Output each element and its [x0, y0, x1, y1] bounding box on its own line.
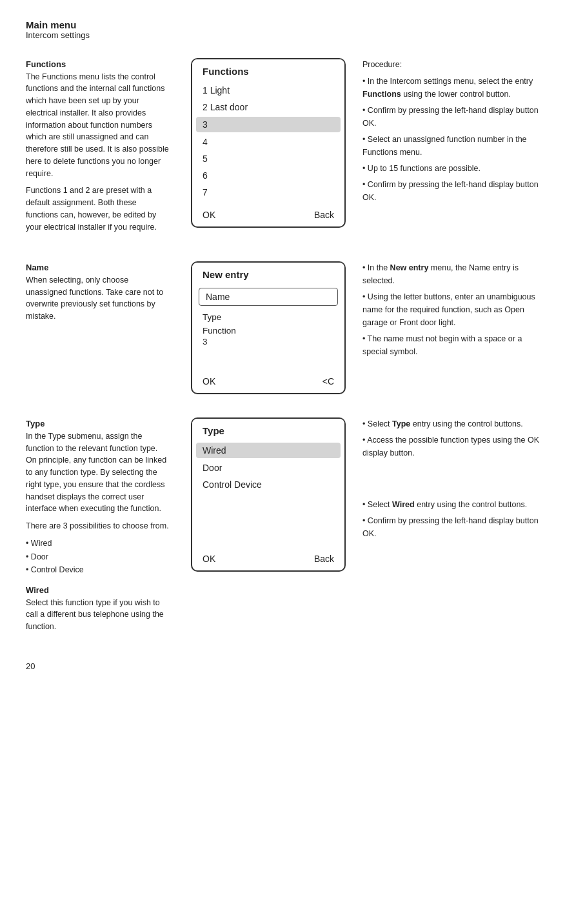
functions-rows: 1 Light2 Last door34567	[192, 82, 344, 201]
type-rows: WiredDoorControl Device	[192, 443, 344, 493]
page-number: 20	[26, 661, 539, 671]
name-bullet: • Using the letter buttons, enter an una…	[362, 290, 539, 329]
name-heading: Name	[26, 261, 169, 274]
type-row: Control Device	[192, 476, 344, 493]
type-row: Wired	[196, 443, 341, 458]
name-procedure: • In the New entry menu, the Name entry …	[356, 261, 539, 361]
functions-box-container: Functions 1 Light2 Last door34567 OK Bac…	[191, 58, 346, 228]
type-right-bullet-bottom: • Select Wired entry using the control b…	[362, 498, 539, 511]
functions-para1: The Functions menu lists the control fun…	[26, 71, 169, 180]
functions-bullet: • Select an unassigned function number i…	[362, 133, 539, 159]
functions-back-button[interactable]: Back	[314, 210, 334, 220]
functions-box-title: Functions	[192, 59, 344, 82]
wired-heading: Wired	[26, 584, 169, 597]
name-bullet: • The name must not begin with a space o…	[362, 332, 539, 358]
type-right-bullet-top: • Access the possible function types usi…	[362, 434, 539, 459]
type-bullets-bottom: • Select Wired entry using the control b…	[362, 498, 539, 540]
functions-procedure: Procedure: • In the Intercom settings me…	[356, 58, 539, 207]
new-entry-box-title: New entry	[192, 263, 344, 285]
name-description: Name When selecting, only choose unassig…	[26, 261, 181, 328]
type-heading: Type	[26, 417, 169, 430]
functions-row: 1 Light	[192, 82, 344, 99]
new-entry-back-button[interactable]: <C	[322, 376, 334, 387]
type-box-title: Type	[192, 419, 344, 441]
type-para2: There are 3 possibilities to choose from…	[26, 520, 169, 532]
name-bullet: • In the New entry menu, the Name entry …	[362, 261, 539, 287]
functions-ok-button[interactable]: OK	[203, 210, 215, 220]
type-para1: In the Type submenu, assign the function…	[26, 430, 169, 515]
type-right-bullet-top: • Select Type entry using the control bu…	[362, 417, 539, 430]
type-procedure: • Select Type entry using the control bu…	[356, 417, 539, 543]
functions-bullet: • Confirm by pressing the left-hand disp…	[362, 104, 539, 130]
type-left-bullet: • Door	[26, 551, 169, 563]
type-box-footer: OK Back	[192, 548, 344, 570]
type-box-container: Type WiredDoorControl Device OK Back	[191, 417, 346, 572]
type-bullets-left: • Wired• Door• Control Device	[26, 537, 169, 576]
section-name: Name When selecting, only choose unassig…	[26, 261, 539, 394]
functions-ui-box: Functions 1 Light2 Last door34567 OK Bac…	[191, 58, 346, 228]
type-ui-box: Type WiredDoorControl Device OK Back	[191, 417, 346, 572]
page-header: Main menu Intercom settings	[26, 19, 539, 40]
type-right-bullet-bottom: • Confirm by pressing the left-hand disp…	[362, 514, 539, 540]
wired-para3: Select this function type if you wish to…	[26, 597, 169, 633]
functions-description: Functions The Functions menu lists the c…	[26, 58, 181, 238]
functions-bullets: • In the Intercom settings menu, select …	[362, 75, 539, 204]
sub-title: Intercom settings	[26, 30, 539, 40]
type-bullets-top: • Select Type entry using the control bu…	[362, 417, 539, 459]
function-value: 3	[192, 337, 344, 348]
functions-procedure-intro: Procedure:	[362, 58, 539, 71]
functions-bullet: • In the Intercom settings menu, select …	[362, 75, 539, 101]
functions-row: 3	[196, 117, 341, 132]
type-left-bullet: • Control Device	[26, 564, 169, 576]
type-description: Type In the Type submenu, assign the fun…	[26, 417, 181, 638]
type-row: Door	[192, 459, 344, 476]
section-type: Type In the Type submenu, assign the fun…	[26, 417, 539, 638]
main-title: Main menu	[26, 19, 539, 30]
function-label: Function	[192, 323, 344, 337]
type-left-bullet: • Wired	[26, 537, 169, 550]
functions-row: 4	[192, 134, 344, 150]
name-input-field[interactable]: Name	[199, 288, 338, 306]
type-label: Type	[192, 308, 344, 323]
functions-row: 5	[192, 150, 344, 167]
functions-row: 6	[192, 167, 344, 184]
new-entry-box-container: New entry Name Type Function 3 OK <C	[191, 261, 346, 394]
type-back-button[interactable]: Back	[314, 554, 334, 564]
functions-heading: Functions	[26, 58, 169, 71]
functions-row: 2 Last door	[192, 99, 344, 115]
new-entry-ui-box: New entry Name Type Function 3 OK <C	[191, 261, 346, 394]
name-para1: When selecting, only choose unassigned f…	[26, 274, 169, 323]
functions-row: 7	[192, 184, 344, 201]
functions-para2: Functions 1 and 2 are preset with a defa…	[26, 185, 169, 233]
type-ok-button[interactable]: OK	[203, 554, 215, 564]
functions-box-footer: OK Back	[192, 205, 344, 226]
functions-bullet: • Up to 15 functions are possible.	[362, 162, 539, 175]
name-input-label: Name	[206, 292, 230, 302]
new-entry-ok-button[interactable]: OK	[203, 376, 215, 387]
functions-bullet: • Confirm by pressing the left-hand disp…	[362, 178, 539, 204]
new-entry-box-footer: OK <C	[192, 371, 344, 393]
name-bullets: • In the New entry menu, the Name entry …	[362, 261, 539, 358]
section-functions: Functions The Functions menu lists the c…	[26, 58, 539, 238]
